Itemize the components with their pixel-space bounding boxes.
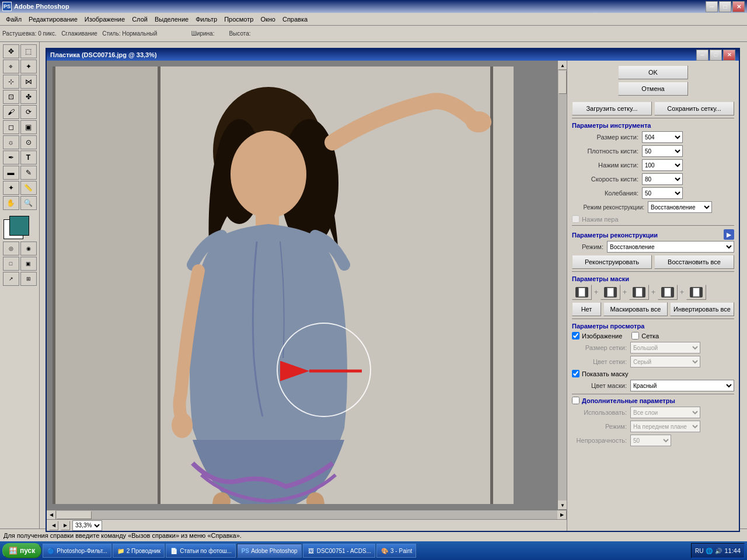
oscillation-select[interactable]: 50 bbox=[642, 187, 683, 199]
tool-dodge[interactable]: ☼ bbox=[3, 135, 19, 149]
tool-move[interactable]: ✥ bbox=[3, 44, 19, 58]
mask-btn-3[interactable] bbox=[629, 285, 649, 300]
load-mesh-button[interactable]: Загрузить сетку... bbox=[572, 102, 652, 116]
mask-btn-2[interactable] bbox=[601, 285, 620, 300]
tool-hand[interactable]: ✋ bbox=[3, 196, 19, 210]
menu-help[interactable]: Справка bbox=[279, 15, 311, 24]
add-mode-select[interactable]: На переднем плане bbox=[630, 421, 700, 432]
menu-window[interactable]: Окно bbox=[257, 15, 279, 24]
tool-gradient[interactable]: ▣ bbox=[20, 120, 37, 134]
tool-standard-mode[interactable]: ◎ bbox=[3, 242, 19, 256]
reconstruction-mode-select[interactable]: Восстановление bbox=[648, 201, 712, 213]
taskbar-item-articles[interactable]: 📄 Статьи по фотош... bbox=[166, 544, 236, 558]
tool-rect-shape[interactable]: ▬ bbox=[3, 166, 19, 180]
tool-magic[interactable]: ✦ bbox=[20, 60, 37, 74]
tool-eyedropper[interactable]: ✦ bbox=[3, 181, 19, 195]
tool-stamp[interactable]: ✤ bbox=[20, 90, 37, 104]
menu-view[interactable]: Просмотр bbox=[221, 15, 257, 24]
brush-speed-select[interactable]: 80 bbox=[642, 173, 683, 185]
reconstruction-info-icon[interactable]: ▶ bbox=[724, 229, 734, 240]
taskbar-item-paint[interactable]: 🎨 3 - Paint bbox=[376, 544, 416, 558]
dialog-maximize[interactable]: □ bbox=[710, 50, 722, 61]
start-button[interactable]: 🪟 пуск bbox=[2, 543, 41, 558]
tool-screen-mode[interactable]: □ bbox=[3, 257, 19, 271]
brush-size-select[interactable]: 504 bbox=[642, 131, 683, 143]
tool-screen2[interactable]: ▣ bbox=[20, 257, 37, 271]
zoom-in-btn[interactable]: ▶ bbox=[61, 521, 70, 530]
menu-select[interactable]: Выделение bbox=[151, 15, 192, 24]
tool-history[interactable]: ⟳ bbox=[20, 105, 37, 119]
tool-patch[interactable]: ⊡ bbox=[3, 90, 19, 104]
minimize-button[interactable]: ─ bbox=[706, 1, 718, 12]
pen-pressure-checkbox[interactable] bbox=[572, 215, 580, 223]
lang-indicator[interactable]: RU bbox=[695, 548, 703, 554]
cancel-button[interactable]: Отмена bbox=[618, 82, 688, 96]
scroll-track-v[interactable] bbox=[558, 70, 567, 501]
zoom-select[interactable]: 33,3% bbox=[72, 520, 102, 531]
mask-all-button[interactable]: Маскировать все bbox=[603, 302, 668, 316]
zoom-out-btn[interactable]: ◀ bbox=[49, 521, 58, 530]
dialog-minimize[interactable]: ─ bbox=[696, 50, 708, 61]
brush-speed-row: Скорость кисти: 80 bbox=[572, 173, 734, 185]
tool-blur[interactable]: ⊙ bbox=[20, 135, 37, 149]
taskbar-item-explorer[interactable]: 📁 2 Проводник bbox=[113, 544, 165, 558]
opacity-select[interactable]: 50 bbox=[630, 435, 671, 446]
tool-text[interactable]: T bbox=[20, 150, 37, 164]
tool-quick-mask[interactable]: ◉ bbox=[20, 242, 37, 256]
taskbar-item-photoshop[interactable]: PS Adobe Photoshop bbox=[237, 544, 302, 558]
tool-brush[interactable]: 🖌 bbox=[3, 105, 19, 119]
save-mesh-button[interactable]: Сохранить сетку... bbox=[654, 102, 734, 116]
tool-select[interactable]: ⬚ bbox=[20, 44, 37, 58]
close-button[interactable]: ✕ bbox=[732, 1, 745, 12]
menu-filter[interactable]: Фильтр bbox=[192, 15, 221, 24]
tool-notes[interactable]: ✎ bbox=[20, 166, 37, 180]
maximize-button[interactable]: □ bbox=[719, 1, 731, 12]
menu-edit[interactable]: Редактирование bbox=[25, 15, 81, 24]
additional-params-checkbox[interactable] bbox=[572, 397, 580, 404]
use-select[interactable]: Все слои bbox=[630, 407, 700, 418]
scroll-thumb-v[interactable] bbox=[558, 71, 567, 94]
restore-all-button[interactable]: Восстановить все bbox=[654, 255, 734, 269]
dialog-close[interactable]: ✕ bbox=[723, 50, 735, 61]
mask-color-select[interactable]: Красный bbox=[630, 380, 734, 391]
tool-zoom[interactable]: 🔍 bbox=[20, 196, 37, 210]
tool-jump2[interactable]: ⊞ bbox=[20, 272, 37, 286]
scroll-left-btn[interactable]: ◀ bbox=[47, 510, 56, 520]
mask-btn-4[interactable] bbox=[658, 285, 678, 300]
tool-crop[interactable]: ⊹ bbox=[3, 75, 19, 89]
show-mask-checkbox[interactable] bbox=[572, 370, 580, 377]
tool-pen[interactable]: ✒ bbox=[3, 150, 19, 164]
reconstruction-params-title: Параметры реконструкции bbox=[572, 232, 724, 239]
brush-pressure-select[interactable]: 100 bbox=[642, 159, 683, 171]
taskbar-item-photoshop-filter[interactable]: 🔵 Photoshop-Фильт... bbox=[43, 544, 111, 558]
brush-density-select[interactable]: 50 bbox=[642, 145, 683, 157]
menu-layer[interactable]: Слой bbox=[128, 15, 151, 24]
ok-button[interactable]: OK bbox=[618, 65, 688, 79]
tool-lasso[interactable]: ⌖ bbox=[3, 60, 19, 74]
grid-size-select[interactable]: Большой bbox=[630, 342, 700, 354]
scroll-right-btn[interactable]: ▶ bbox=[557, 510, 567, 520]
tool-jump[interactable]: ↗ bbox=[3, 272, 19, 286]
scroll-track-h[interactable] bbox=[56, 510, 557, 519]
fg-color[interactable] bbox=[9, 216, 29, 236]
svg-rect-2 bbox=[53, 66, 55, 504]
image-checkbox[interactable] bbox=[572, 332, 580, 340]
canvas-area[interactable] bbox=[47, 61, 557, 510]
mask-btn-1[interactable] bbox=[572, 285, 592, 300]
menu-image[interactable]: Изображение bbox=[81, 15, 128, 24]
tool-eraser[interactable]: ◻ bbox=[3, 120, 19, 134]
reconstruct-button[interactable]: Реконструировать bbox=[572, 255, 652, 269]
tool-slice[interactable]: ⋈ bbox=[20, 75, 37, 89]
scroll-down-btn[interactable]: ▼ bbox=[558, 501, 567, 510]
tool-measure[interactable]: 📏 bbox=[20, 181, 37, 195]
no-button[interactable]: Нет bbox=[572, 302, 601, 316]
invert-all-button[interactable]: Инвертировать все bbox=[670, 302, 734, 316]
scroll-thumb-h[interactable] bbox=[57, 511, 92, 519]
reconstruction-mode-select2[interactable]: Восстановление bbox=[607, 241, 734, 253]
taskbar-item-acds[interactable]: 🖼 DSC00751 - ACDS... bbox=[303, 544, 375, 558]
menu-file[interactable]: Файл bbox=[2, 15, 25, 24]
grid-color-select[interactable]: Серый bbox=[630, 356, 700, 368]
mask-btn-5[interactable] bbox=[686, 285, 706, 300]
scroll-up-btn[interactable]: ▲ bbox=[558, 61, 567, 70]
grid-checkbox[interactable] bbox=[631, 332, 639, 340]
